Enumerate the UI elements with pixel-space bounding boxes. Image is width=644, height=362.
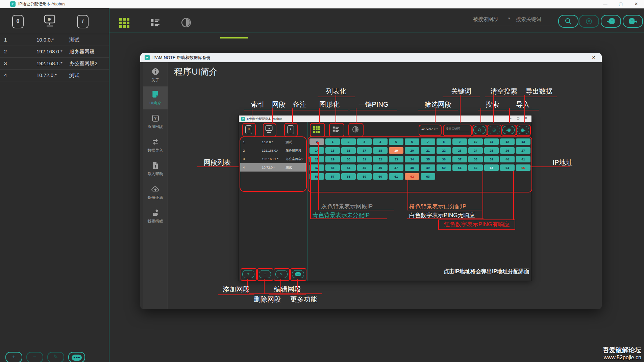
ip-tile[interactable]: 45 (357, 164, 372, 171)
segment-filter-select[interactable]: 被搜索网段 (473, 16, 498, 23)
ip-tile[interactable]: 48 (405, 164, 419, 171)
clear-search-button[interactable] (579, 15, 599, 28)
ip-tile[interactable]: 12 (500, 138, 515, 145)
ip-tile[interactable]: 4 (373, 138, 388, 145)
ip-tile[interactable]: 58 (341, 173, 356, 180)
ip-tile[interactable]: 10 (468, 138, 483, 145)
export-data-button[interactable] (623, 15, 643, 28)
ip-tile[interactable]: 33 (389, 156, 403, 162)
sidebar-item-import-help[interactable]: 导入帮助 (143, 159, 168, 180)
ip-tile[interactable]: 52 (468, 164, 483, 171)
list-view-icon[interactable] (150, 18, 160, 29)
import-data-button[interactable] (601, 15, 621, 28)
keyword-input[interactable]: 搜索关键词 (516, 16, 541, 23)
ip-tile[interactable]: 54 (500, 164, 515, 171)
ip-tile[interactable]: 56 (309, 173, 324, 180)
ip-tile[interactable]: 44 (341, 164, 356, 171)
add-segment-button[interactable]: + (5, 352, 22, 362)
ip-tile[interactable]: 39 (484, 156, 499, 162)
ip-tile[interactable]: 36 (437, 156, 451, 162)
index-column-icon[interactable]: 0 (12, 15, 24, 28)
cell-ip: 192.168.1.* (36, 60, 63, 66)
ip-tile[interactable]: 35 (421, 156, 435, 162)
ip-tile[interactable]: 59 (357, 173, 372, 180)
ip-tile[interactable]: 38 (468, 156, 483, 162)
edit-segment-button[interactable]: ✎ (47, 352, 64, 362)
delete-segment-button[interactable]: − (26, 352, 43, 362)
chevron-down-icon[interactable]: ▾ (508, 16, 510, 21)
table-row[interactable]: 410.72.0.*测试 (0, 70, 109, 81)
ip-tile[interactable]: 8 (437, 138, 451, 145)
more-dots-icon: ●●● (295, 272, 301, 276)
ip-tile[interactable]: 31 (357, 156, 372, 162)
ip-tile[interactable]: 7 (421, 138, 435, 145)
ip-tile[interactable]: 19 (389, 147, 403, 154)
maximize-button[interactable]: ▢ (613, 0, 628, 8)
ip-tile[interactable]: 14 (309, 147, 324, 154)
dialog-close-button[interactable]: ✕ (586, 53, 602, 62)
ip-tile[interactable]: 32 (373, 156, 388, 162)
ip-tile[interactable]: 29 (325, 156, 340, 162)
table-row[interactable]: 110.0.0.*测试 (0, 34, 109, 46)
sidebar-item-backup-restore[interactable]: 备份还原 (143, 183, 168, 204)
ip-tile[interactable]: 50 (437, 164, 451, 171)
table-row[interactable]: 2192.168.0.*服务器网段 (0, 46, 109, 58)
ip-tile[interactable]: 43 (325, 164, 340, 171)
ip-tile[interactable]: 27 (516, 147, 530, 154)
ip-tile[interactable]: 60 (373, 173, 388, 180)
ip-tile[interactable]: 21 (421, 147, 435, 154)
ip-tile[interactable]: 11 (484, 138, 499, 145)
annotation-keyword: 关键词 (443, 87, 480, 97)
ip-tile[interactable]: 15 (325, 147, 340, 154)
ip-tile[interactable]: 1 (325, 138, 340, 145)
ip-tile[interactable]: 2 (341, 138, 356, 145)
ip-tile[interactable]: 0 (309, 138, 324, 145)
ip-tile[interactable]: 47 (389, 164, 403, 171)
close-button[interactable]: ✕ (628, 0, 644, 8)
ip-tile[interactable]: 25 (484, 147, 499, 154)
ip-tile[interactable]: 30 (341, 156, 356, 162)
ping-all-icon[interactable] (180, 17, 192, 30)
ip-tile[interactable]: 3 (357, 138, 372, 145)
ip-tile[interactable]: 24 (468, 147, 483, 154)
ip-tile[interactable]: 22 (437, 147, 451, 154)
ip-tile[interactable]: 17 (357, 147, 372, 154)
search-button[interactable] (558, 15, 578, 28)
sidebar-item-add-segment[interactable]: ? 添加网段 (143, 112, 168, 133)
ip-tile[interactable]: 9 (452, 138, 467, 145)
ip-tile[interactable]: 51 (452, 164, 467, 171)
sidebar-item-data-import[interactable]: 数据导入 (143, 136, 168, 157)
ip-tile[interactable]: 34 (405, 156, 419, 162)
ip-tile[interactable]: 55 (516, 164, 530, 171)
ip-tile[interactable]: 61 (389, 173, 403, 180)
ip-tile[interactable]: 20 (405, 147, 419, 154)
ip-tile[interactable]: 13 (516, 138, 530, 145)
ip-tile[interactable]: 16 (341, 147, 356, 154)
grid-view-icon[interactable] (119, 18, 130, 30)
ip-tile[interactable]: 49 (421, 164, 435, 171)
ip-tile[interactable]: 42 (309, 164, 324, 171)
ip-tile[interactable]: 46 (373, 164, 388, 171)
ip-tile[interactable]: 37 (452, 156, 467, 162)
segment-monitor-icon[interactable]: IP (43, 14, 56, 29)
ip-tile[interactable]: 26 (500, 147, 515, 154)
ip-tile[interactable]: 41 (516, 156, 530, 162)
ip-tile[interactable]: 57 (325, 173, 340, 180)
sidebar-item-about[interactable]: 关于 (143, 66, 168, 86)
ip-tile[interactable]: 23 (452, 147, 467, 154)
ip-tile[interactable]: 53 (484, 164, 499, 171)
dialog-titlebar: IP IPAM-NOTE 帮助和数据库备份 (140, 53, 602, 62)
note-column-icon[interactable]: i (77, 15, 89, 28)
ip-tile[interactable]: 40 (500, 156, 515, 162)
sidebar-item-donate[interactable]: 我要捐赠 (143, 207, 168, 228)
ip-tile[interactable]: 62 (405, 173, 419, 180)
ip-tile[interactable]: 18 (373, 147, 388, 154)
minimize-button[interactable]: — (597, 0, 613, 8)
table-row[interactable]: 3192.168.1.*办公室网段2 (0, 58, 109, 70)
sidebar-item-ui-intro[interactable]: UI简介 (143, 86, 168, 109)
ip-tile[interactable]: 63 (421, 173, 435, 180)
ip-tile[interactable]: 28 (309, 156, 324, 162)
ip-tile[interactable]: 6 (405, 138, 419, 145)
ip-tile[interactable]: 5 (389, 138, 403, 145)
more-functions-button[interactable]: ●●● (68, 352, 85, 362)
